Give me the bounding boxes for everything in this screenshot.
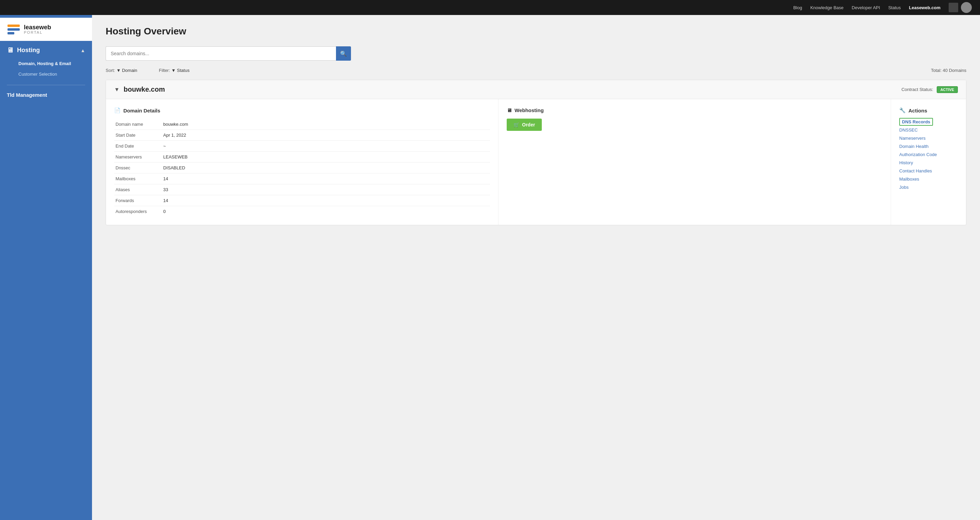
user-avatar — [961, 2, 972, 13]
list-item: Mailboxes — [899, 176, 958, 181]
top-navigation: Blog Knowledge Base Developer API Status… — [0, 0, 980, 15]
detail-label: Dnssec — [114, 162, 162, 173]
table-row: Autoresponders0 — [114, 206, 490, 217]
action-link-history[interactable]: History — [899, 160, 913, 165]
developer-api-link[interactable]: Developer API — [852, 5, 880, 10]
logo-text: leaseweb PORTAL — [24, 24, 51, 34]
sidebar-hosting-submenu: Domain, Hosting & Email Customer Selecti… — [0, 58, 92, 82]
domain-card-body: 📄 Domain Details Domain namebouwke.comSt… — [106, 99, 966, 225]
cart-icon: 🛒 — [514, 122, 519, 127]
sidebar-hosting-label: Hosting — [17, 47, 40, 54]
table-row: DnssecDISABLED — [114, 162, 490, 173]
sidebar-divider — [7, 85, 85, 85]
contract-status-label: Contract Status: — [901, 87, 933, 92]
action-link-dns-records[interactable]: DNS Records — [899, 118, 933, 126]
detail-label: Aliases — [114, 184, 162, 195]
domain-card: ▼ bouwke.com Contract Status: ACTIVE 📄 D… — [106, 80, 966, 225]
status-badge: ACTIVE — [937, 86, 958, 93]
detail-value: ~ — [162, 141, 490, 152]
sidebar-logo: leaseweb PORTAL — [0, 18, 92, 41]
table-row: Forwards14 — [114, 195, 490, 206]
order-button[interactable]: 🛒 Order — [507, 119, 542, 131]
brand-label: Leaseweb.com — [909, 5, 941, 10]
action-link-nameservers[interactable]: Nameservers — [899, 136, 926, 141]
list-controls: Sort: ▼ Domain Filter: ▼ Status Total: 4… — [106, 67, 966, 73]
sort-value[interactable]: ▼ Domain — [116, 68, 137, 73]
search-bar: bouwke.com 🔍 — [106, 46, 351, 60]
detail-label: Domain name — [114, 119, 162, 130]
actions-panel: 🔧 Actions DNS RecordsDNSSECNameserversDo… — [891, 99, 966, 225]
domain-details-heading: 📄 Domain Details — [114, 107, 490, 113]
leaseweb-logo-icon — [7, 23, 21, 35]
table-row: End Date~ — [114, 141, 490, 152]
sidebar-hosting-header[interactable]: 🖥 Hosting ▲ — [0, 41, 92, 58]
action-link-dnssec[interactable]: DNSSEC — [899, 127, 918, 132]
collapse-button[interactable]: ▼ — [114, 87, 119, 93]
detail-value: 0 — [162, 206, 490, 217]
hosting-header-inner: 🖥 Hosting — [7, 46, 40, 54]
actions-list: DNS RecordsDNSSECNameserversDomain Healt… — [899, 119, 958, 190]
detail-value: 14 — [162, 195, 490, 206]
detail-value: DISABLED — [162, 162, 490, 173]
actions-heading: 🔧 Actions — [899, 107, 958, 113]
list-item: Authorization Code — [899, 152, 958, 157]
filter-value[interactable]: ▼ Status — [172, 68, 189, 73]
detail-label: Forwards — [114, 195, 162, 206]
webhosting-heading: 🖥 Webhosting — [507, 107, 883, 113]
list-item: History — [899, 160, 958, 165]
detail-label: Autoresponders — [114, 206, 162, 217]
detail-value: 14 — [162, 173, 490, 184]
detail-value: bouwke.com — [162, 119, 490, 130]
main-layout: leaseweb PORTAL 🖥 Hosting ▲ Domain, Host… — [0, 15, 980, 520]
details-table: Domain namebouwke.comStart DateApr 1, 20… — [114, 119, 490, 217]
detail-label: Start Date — [114, 130, 162, 141]
chevron-up-icon: ▲ — [80, 48, 85, 53]
controls-separator — [145, 67, 151, 73]
svg-rect-1 — [8, 24, 20, 27]
detail-value: LEASEWEB — [162, 152, 490, 162]
action-link-domain-health[interactable]: Domain Health — [899, 144, 929, 149]
domain-details-icon: 📄 — [114, 107, 121, 113]
list-item: DNS Records — [899, 119, 958, 124]
sidebar: leaseweb PORTAL 🖥 Hosting ▲ Domain, Host… — [0, 15, 92, 520]
action-link-jobs[interactable]: Jobs — [899, 185, 908, 190]
status-link[interactable]: Status — [888, 5, 901, 10]
svg-rect-3 — [8, 32, 14, 34]
list-item: DNSSEC — [899, 127, 958, 132]
detail-value: 33 — [162, 184, 490, 195]
domain-name: bouwke.com — [124, 86, 165, 93]
search-input[interactable]: bouwke.com — [106, 46, 336, 60]
monitor-icon: 🖥 — [7, 46, 14, 54]
webhosting-panel: 🖥 Webhosting 🛒 Order — [498, 99, 891, 225]
table-row: NameserversLEASEWEB — [114, 152, 490, 162]
main-content: Hosting Overview bouwke.com 🔍 Sort: ▼ Do… — [92, 15, 980, 520]
sidebar-item-customer-selection[interactable]: Customer Selection — [0, 69, 92, 80]
detail-value: Apr 1, 2022 — [162, 130, 490, 141]
list-item: Domain Health — [899, 143, 958, 149]
sidebar-tld-management[interactable]: Tld Management — [0, 88, 92, 102]
list-item: Jobs — [899, 184, 958, 190]
contract-status: Contract Status: ACTIVE — [901, 86, 958, 93]
order-label: Order — [522, 122, 535, 127]
total-count: Total: 40 Domains — [931, 68, 966, 73]
search-button[interactable]: 🔍 — [336, 46, 351, 60]
action-link-authorization-code[interactable]: Authorization Code — [899, 152, 937, 157]
sidebar-item-domain-hosting-email[interactable]: Domain, Hosting & Email — [0, 58, 92, 69]
svg-rect-2 — [8, 28, 20, 31]
webhosting-icon: 🖥 — [507, 107, 512, 113]
action-link-mailboxes[interactable]: Mailboxes — [899, 177, 920, 181]
action-link-contact-handles[interactable]: Contact Handles — [899, 169, 932, 173]
domain-details-panel: 📄 Domain Details Domain namebouwke.comSt… — [106, 99, 498, 225]
domain-card-header: ▼ bouwke.com Contract Status: ACTIVE — [106, 80, 966, 99]
logo-leaseweb: leaseweb — [24, 24, 51, 30]
knowledge-base-link[interactable]: Knowledge Base — [810, 5, 844, 10]
list-item: Nameservers — [899, 135, 958, 141]
user-box — [949, 3, 958, 12]
table-row: Mailboxes14 — [114, 173, 490, 184]
user-area — [949, 2, 972, 13]
search-icon: 🔍 — [340, 51, 347, 57]
page-title: Hosting Overview — [106, 26, 966, 37]
blog-link[interactable]: Blog — [793, 5, 802, 10]
table-row: Domain namebouwke.com — [114, 119, 490, 130]
sidebar-hosting-section: 🖥 Hosting ▲ Domain, Hosting & Email Cust… — [0, 41, 92, 82]
